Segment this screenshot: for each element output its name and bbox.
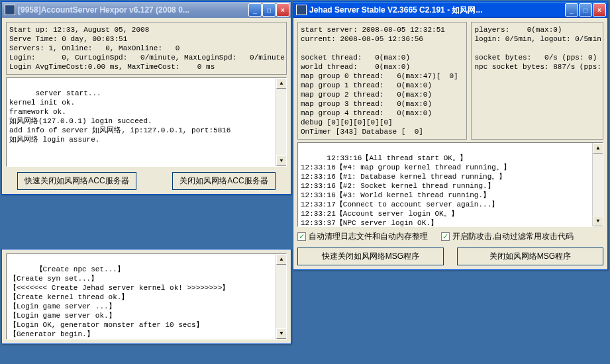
window-body: 【Create npc set...】 【Create syn set...】 … [2, 250, 291, 343]
auto-cleanup-checkbox[interactable]: ✓ 自动清理日志文件和自动内存整理 [297, 231, 428, 242]
maximize-button[interactable]: □ [262, 3, 276, 17]
app-icon [5, 5, 15, 15]
button-row: 快速关闭如风网络ACC服务器 关闭如风网络ACC服务器 [6, 172, 287, 190]
title-buttons: _ □ × [248, 3, 289, 17]
scroll-down-icon[interactable]: ▼ [276, 156, 287, 166]
window-body: start server: 2008-08-05 12:32:51 curren… [293, 18, 607, 269]
window-title: Jehad Server Stable V2.3665 C2.191 - 如风网… [309, 5, 565, 16]
scroll-up-icon[interactable]: ▲ [276, 254, 287, 265]
options-row: ✓ 自动清理日志文件和自动内存整理 ✓ 开启防攻击,自动过滤常用攻击代码 [297, 231, 603, 242]
window-body: Start up: 12:33, August 05, 2008 Serve T… [2, 18, 291, 194]
button-row: 快速关闭如风网络MSG程序 关闭如风网络MSG程序 [297, 248, 603, 265]
log-textarea[interactable]: server start... kernel init ok. framewor… [6, 77, 287, 167]
log-content: server start... kernel init ok. framewor… [9, 89, 230, 144]
scroll-track[interactable] [276, 265, 286, 328]
jehad-server-window: Jehad Server Stable V2.3665 C2.191 - 如风网… [293, 1, 608, 270]
scroll-track[interactable] [593, 154, 603, 216]
close-button[interactable]: × [593, 3, 606, 17]
log-content: 12:33:16【All thread start OK。】 12:33:16【… [301, 154, 511, 227]
scroll-track[interactable] [276, 89, 286, 156]
scroll-down-icon[interactable]: ▼ [276, 328, 287, 339]
scroll-up-icon[interactable]: ▲ [593, 143, 603, 154]
status-panel: Start up: 12:33, August 05, 2008 Serve T… [6, 22, 287, 75]
network-status-panel: players: 0(max:0) login: 0/5min, logout:… [471, 22, 603, 140]
titlebar[interactable]: [9958]AccountServer Hexpor v6.127 (2008 … [2, 2, 291, 18]
log-textarea[interactable]: 12:33:16【All thread start OK。】 12:33:16【… [297, 142, 603, 227]
titlebar[interactable]: Jehad Server Stable V2.3665 C2.191 - 如风网… [293, 2, 607, 18]
account-server-window: [9958]AccountServer Hexpor v6.127 (2008 … [1, 1, 291, 195]
title-buttons: _ □ × [565, 3, 606, 17]
checkbox-label: 开启防攻击,自动过滤常用攻击代码 [452, 231, 574, 242]
info-columns: start server: 2008-08-05 12:32:51 curren… [297, 22, 603, 142]
checkbox-icon: ✓ [297, 232, 306, 241]
scrollbar[interactable]: ▲ ▼ [276, 254, 286, 339]
anti-attack-checkbox[interactable]: ✓ 开启防攻击,自动过滤常用攻击代码 [441, 231, 574, 242]
scrollbar[interactable]: ▲ ▼ [276, 78, 286, 166]
window-title: [9958]AccountServer Hexpor v6.127 (2008 … [18, 5, 248, 15]
app-icon [296, 5, 307, 15]
checkbox-icon: ✓ [441, 232, 450, 241]
server-status-panel: start server: 2008-08-05 12:32:51 curren… [297, 22, 467, 140]
maximize-button[interactable]: □ [579, 3, 592, 17]
fast-close-acc-button[interactable]: 快速关闭如风网络ACC服务器 [17, 172, 136, 190]
close-msg-button[interactable]: 关闭如风网络MSG程序 [457, 248, 603, 265]
scroll-down-icon[interactable]: ▼ [593, 216, 603, 226]
log-textarea[interactable]: 【Create npc set...】 【Create syn set...】 … [6, 253, 287, 340]
checkbox-label: 自动清理日志文件和自动内存整理 [309, 231, 428, 242]
minimize-button[interactable]: _ [248, 3, 262, 17]
log-content: 【Create npc set...】 【Create syn set...】 … [9, 265, 229, 338]
npc-server-window: 【Create npc set...】 【Create syn set...】 … [1, 249, 291, 344]
close-button[interactable]: × [276, 3, 289, 17]
scroll-up-icon[interactable]: ▲ [276, 78, 287, 89]
scrollbar[interactable]: ▲ ▼ [592, 143, 603, 226]
fast-close-msg-button[interactable]: 快速关闭如风网络MSG程序 [297, 248, 444, 265]
minimize-button[interactable]: _ [565, 3, 578, 17]
close-acc-button[interactable]: 关闭如风网络ACC服务器 [172, 172, 275, 190]
